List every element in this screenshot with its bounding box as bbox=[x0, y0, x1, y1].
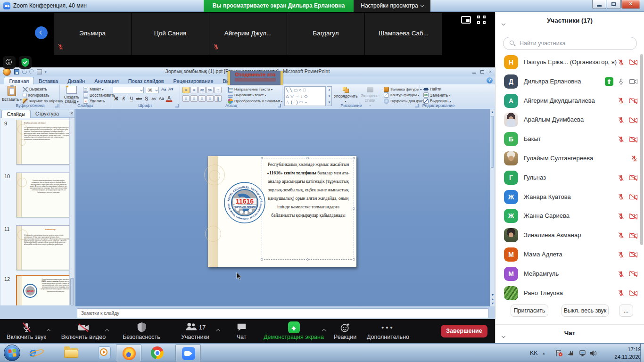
participant-row[interactable]: Зиналиева Акманар bbox=[495, 226, 641, 245]
font-size-select[interactable]: 36 bbox=[146, 87, 159, 93]
unmute-button[interactable]: Включить звук bbox=[1, 321, 52, 341]
action-center-flag-icon[interactable] bbox=[555, 350, 563, 359]
chevron-up-icon[interactable] bbox=[106, 326, 108, 334]
font-color-button[interactable]: А bbox=[165, 95, 173, 102]
tab-slides[interactable]: Слайды bbox=[1, 110, 31, 118]
current-slide[interactable]: Республикалық көлемде жұмыс жасайтын «11… bbox=[208, 156, 356, 267]
new-slide-button[interactable]: ✦ Создать слайд ▾ bbox=[62, 86, 82, 104]
font-name-select[interactable] bbox=[113, 87, 144, 93]
view-settings-button[interactable]: Настройки просмотра bbox=[354, 0, 430, 12]
video-tile[interactable]: Багдагул bbox=[287, 13, 365, 55]
ppt-close-button[interactable]: × bbox=[487, 69, 494, 74]
dialog-launcher-icon[interactable] bbox=[55, 104, 58, 107]
share-screen-button[interactable]: Демонстрация экрана bbox=[259, 321, 328, 341]
more-button[interactable]: ••• Дополнительно bbox=[362, 321, 414, 341]
strikethrough-button[interactable]: abc bbox=[135, 95, 142, 102]
main-scrollbar[interactable]: ▲ ▼▲▼ bbox=[490, 109, 495, 306]
meeting-info-icon[interactable] bbox=[3, 56, 16, 69]
language-indicator[interactable]: KK bbox=[530, 344, 538, 362]
copy-button[interactable]: Копировать bbox=[23, 92, 63, 99]
dialog-launcher-icon[interactable] bbox=[278, 104, 281, 107]
mute-all-button[interactable]: Выкл. весь звук bbox=[561, 304, 609, 317]
gallery-view-icon[interactable] bbox=[461, 16, 471, 24]
video-tile[interactable]: Айгерим Джул... bbox=[209, 13, 287, 55]
main-scrollbar-thumb[interactable] bbox=[491, 116, 494, 168]
chat-button[interactable]: Чат bbox=[231, 321, 252, 341]
video-tile[interactable]: Цой Сания bbox=[132, 13, 209, 55]
dialog-launcher-icon[interactable] bbox=[175, 104, 179, 107]
zoom-taskbar-button[interactable] bbox=[175, 344, 201, 362]
chevron-up-icon[interactable] bbox=[47, 326, 50, 334]
security-shield-icon[interactable] bbox=[19, 56, 32, 69]
text-direction-button[interactable]: Направление текста ▾ bbox=[228, 86, 282, 92]
arrange-button[interactable]: Упорядочить▾ bbox=[334, 87, 357, 103]
participants-button[interactable]: 17 Участники bbox=[171, 321, 220, 341]
start-video-button[interactable]: Включить видео bbox=[56, 321, 111, 341]
participant-row[interactable]: Рано Тлеуова bbox=[495, 284, 641, 303]
grow-font-button[interactable]: A▴ bbox=[161, 87, 166, 91]
participant-search[interactable] bbox=[503, 37, 637, 50]
bullets-button[interactable]: ≡ bbox=[182, 87, 190, 93]
participant-row[interactable]: Г Гульназ bbox=[495, 168, 641, 188]
participant-row[interactable]: Б Бакыт bbox=[495, 130, 641, 149]
replace-button[interactable]: abЗаменить ▾ bbox=[423, 92, 451, 99]
increase-indent-button[interactable]: ≫ bbox=[206, 87, 214, 93]
panel-more-button[interactable]: ... bbox=[619, 304, 633, 317]
find-button[interactable]: Найти bbox=[423, 86, 451, 92]
help-icon[interactable]: ? bbox=[487, 77, 493, 83]
slide-thumbnail-10[interactable]: Қалыпты агрессия реакциясы бала өмір сүр… bbox=[16, 173, 70, 217]
collapse-strip-button[interactable] bbox=[35, 26, 48, 39]
slides-panel-scrollbar-thumb[interactable] bbox=[70, 278, 74, 305]
network-icon[interactable] bbox=[579, 350, 586, 359]
slide-nav-buttons[interactable]: ▼▲▼ bbox=[490, 293, 495, 305]
bold-button[interactable]: Ж bbox=[113, 95, 120, 102]
ppt-minimize-button[interactable] bbox=[471, 69, 478, 74]
columns-button[interactable]: ∥ bbox=[215, 95, 222, 102]
cut-button[interactable]: Вырезать bbox=[23, 86, 63, 92]
ppt-restore-button[interactable] bbox=[479, 69, 486, 74]
minimize-button[interactable] bbox=[592, 0, 606, 9]
align-text-button[interactable]: Выровнять текст ▾ bbox=[228, 92, 282, 99]
close-button[interactable]: × bbox=[621, 0, 640, 9]
participant-row[interactable]: Ж Жанара Куатова bbox=[495, 188, 641, 207]
file-explorer-icon[interactable] bbox=[64, 346, 80, 361]
video-tile[interactable]: Эльмира bbox=[54, 13, 132, 55]
chevron-up-icon[interactable] bbox=[322, 326, 325, 334]
slides-panel-scrollbar[interactable] bbox=[69, 118, 74, 305]
numbering-button[interactable]: ≡ bbox=[190, 87, 198, 93]
end-meeting-button[interactable]: Завершение bbox=[441, 325, 487, 337]
align-left-button[interactable]: ≡ bbox=[182, 95, 190, 102]
start-button[interactable] bbox=[4, 345, 20, 361]
align-right-button[interactable]: ≡ bbox=[198, 95, 206, 102]
chrome-icon[interactable] bbox=[151, 346, 164, 359]
participants-scrollbar[interactable] bbox=[640, 54, 643, 245]
line-spacing-button[interactable]: ↕ bbox=[215, 87, 222, 93]
align-center-button[interactable]: ≡ bbox=[190, 95, 198, 102]
reactions-button[interactable]: Реакции bbox=[331, 321, 359, 341]
justify-button[interactable]: ≡ bbox=[206, 95, 214, 102]
restore-button[interactable] bbox=[607, 0, 621, 9]
underline-button[interactable]: Ч bbox=[128, 95, 135, 102]
tab-outline[interactable]: Структура bbox=[32, 110, 63, 118]
italic-button[interactable]: К bbox=[120, 95, 127, 102]
participant-row[interactable]: Гулайым Султангереева bbox=[495, 149, 641, 168]
security-button[interactable]: Безопасность bbox=[119, 321, 164, 341]
shrink-font-button[interactable]: A▾ bbox=[168, 87, 173, 91]
character-spacing-button[interactable]: AV bbox=[150, 95, 157, 102]
slide-thumbnail-9[interactable]: Егер бала агрессиясы өсіп дамыса: • өз п… bbox=[16, 120, 70, 165]
paste-button[interactable]: Вставить ▾ bbox=[2, 86, 22, 104]
slide-thumbnail-11[interactable]: Ұсыныстар: 1. Балаңызбен жылы қарым-қаты… bbox=[16, 225, 70, 270]
slide-thumbnail-12[interactable]: 11616 Республикалық көлемде жұмыс жасайт… bbox=[16, 275, 70, 305]
hidden-icons-arrow[interactable]: ▲ bbox=[542, 352, 545, 355]
change-case-button[interactable]: Aa bbox=[158, 95, 165, 102]
participant-row[interactable]: А Айгерим Джулдыгалиева bbox=[495, 91, 641, 111]
video-tile[interactable]: Шампаева Саб... bbox=[365, 13, 443, 55]
invite-button[interactable]: Пригласить bbox=[511, 304, 548, 317]
show-desktop-button[interactable] bbox=[640, 344, 644, 362]
participant-row[interactable]: Н Назгуль Ержа... (Организатор, я) bbox=[495, 53, 641, 72]
taskbar-clock[interactable]: 17:19 24.11.2020 bbox=[600, 346, 641, 361]
internet-explorer-icon[interactable]: e bbox=[29, 346, 45, 361]
participant-row[interactable]: Д Дильяра Ерлановна bbox=[495, 72, 641, 91]
chevron-up-icon[interactable] bbox=[217, 326, 220, 334]
ribbon-tab[interactable]: Главная bbox=[4, 77, 34, 85]
